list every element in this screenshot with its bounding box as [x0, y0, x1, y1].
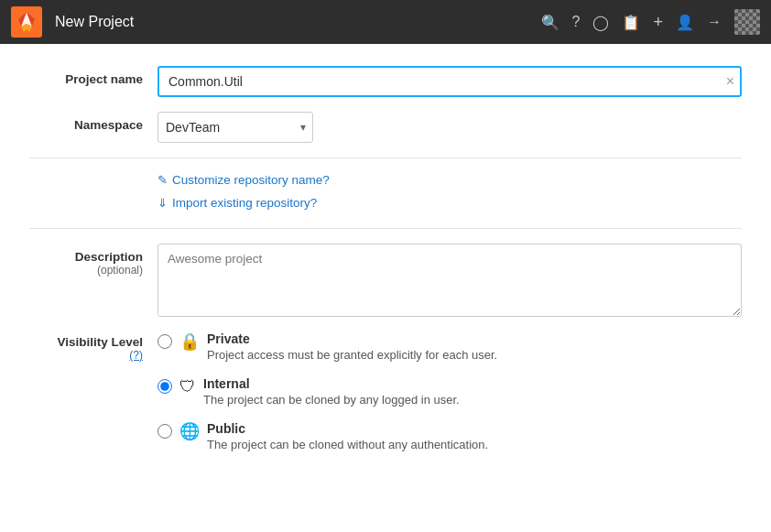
import-icon: ⇓: [157, 196, 168, 210]
clear-project-name-button[interactable]: ×: [726, 74, 734, 89]
new-project-form: Project name × Namespace DevTeam ▾ ✎ Cus…: [0, 44, 771, 473]
public-radio[interactable]: [157, 424, 172, 439]
shield-icon: 🛡: [179, 376, 196, 397]
namespace-row: Namespace DevTeam ▾: [29, 112, 742, 143]
signout-icon[interactable]: →: [707, 14, 722, 30]
project-name-input-wrapper: ×: [157, 66, 742, 97]
internal-title: Internal: [203, 376, 460, 391]
globe-public-icon: 🌐: [179, 421, 200, 442]
description-row: Description (optional): [29, 244, 742, 317]
links-section: ✎ Customize repository name? ⇓ Import ex…: [29, 173, 742, 210]
lock-icon: 🔒: [179, 331, 200, 353]
clipboard-icon[interactable]: 📋: [622, 14, 640, 31]
import-repo-link[interactable]: ⇓ Import existing repository?: [157, 196, 742, 210]
public-title: Public: [207, 421, 488, 436]
namespace-select-wrapper: DevTeam ▾: [157, 112, 313, 143]
project-name-input[interactable]: [157, 66, 742, 97]
description-label: Description (optional): [29, 244, 157, 277]
namespace-select[interactable]: DevTeam: [157, 112, 313, 143]
divider-1: [29, 157, 742, 158]
private-option: 🔒 Private Project access must be granted…: [157, 331, 742, 362]
private-title: Private: [207, 331, 497, 346]
globe-icon[interactable]: ◯: [592, 14, 609, 31]
navbar-actions: 🔍 ? ◯ 📋 + 👤 →: [541, 9, 760, 35]
internal-option: 🛡 Internal The project can be cloned by …: [157, 376, 742, 407]
internal-desc: The project can be cloned by any logged …: [203, 393, 460, 407]
help-icon[interactable]: ?: [572, 14, 581, 30]
page-title: New Project: [55, 14, 532, 30]
internal-radio[interactable]: [157, 379, 172, 394]
user-avatar[interactable]: [734, 9, 760, 35]
project-name-row: Project name ×: [29, 66, 742, 97]
private-radio[interactable]: [157, 334, 172, 349]
visibility-row: Visibility Level (?) 🔒 Private Project a…: [29, 331, 742, 451]
private-desc: Project access must be granted explicitl…: [207, 348, 497, 362]
customize-repo-link[interactable]: ✎ Customize repository name?: [157, 173, 742, 187]
description-input[interactable]: [157, 244, 742, 317]
public-option: 🌐 Public The project can be cloned witho…: [157, 421, 742, 451]
namespace-label: Namespace: [29, 112, 157, 132]
app-logo: [11, 6, 42, 38]
divider-2: [29, 228, 742, 229]
visibility-options: 🔒 Private Project access must be granted…: [157, 331, 742, 451]
navbar: New Project 🔍 ? ◯ 📋 + 👤 →: [0, 0, 771, 44]
visibility-label: Visibility Level (?): [29, 331, 157, 362]
visibility-help-link[interactable]: (?): [29, 349, 143, 362]
create-icon[interactable]: +: [653, 13, 663, 32]
edit-icon: ✎: [157, 173, 168, 187]
user-icon[interactable]: 👤: [676, 14, 694, 31]
project-name-label: Project name: [29, 66, 157, 86]
search-icon[interactable]: 🔍: [541, 14, 559, 31]
public-desc: The project can be cloned without any au…: [207, 438, 488, 451]
